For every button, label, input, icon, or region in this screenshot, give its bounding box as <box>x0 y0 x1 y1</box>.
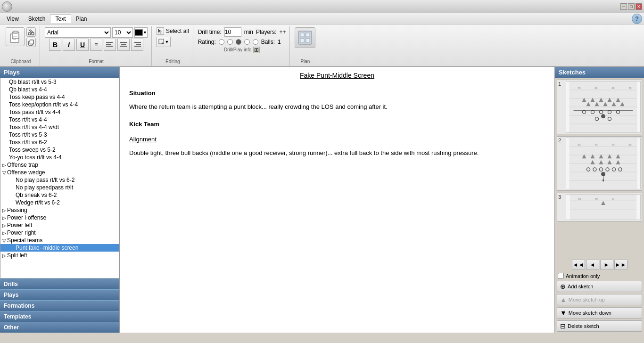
rating-radio-3[interactable] <box>236 39 241 45</box>
menu-sketch[interactable]: Sketch <box>24 15 50 23</box>
tree-item-punt-fake[interactable]: Punt fake--middle screen <box>0 244 119 252</box>
svg-text:40: 40 <box>595 143 598 146</box>
copy-button[interactable] <box>26 38 36 47</box>
tree-item-toss-62[interactable]: Toss rt/lt vs 6-2 <box>0 139 119 146</box>
tree-item-qb-sneak[interactable]: Qb sneak vs 6-2 <box>0 191 119 199</box>
svg-text:50: 50 <box>578 197 581 200</box>
sketch-next-button[interactable]: ► <box>600 260 613 270</box>
sketch-item-3[interactable]: 3 50 40 40 <box>557 193 642 221</box>
svg-rect-27 <box>300 39 304 42</box>
tree-item-wedge[interactable]: Wedge rt/lt vs 6-2 <box>0 199 119 206</box>
right-panel: Sketches 1 50 <box>554 67 644 333</box>
add-sketch-button[interactable]: ⊕ Add sketch <box>557 281 642 292</box>
tree-item-power-left[interactable]: ▷Power left <box>0 221 119 229</box>
maximize-button[interactable]: □ <box>628 3 635 10</box>
svg-rect-25 <box>300 33 304 37</box>
rating-radio-1[interactable] <box>219 39 224 45</box>
delete-sketch-button[interactable]: ⊟ Delete sketch <box>557 320 642 332</box>
tree-item-toss-sweep[interactable]: Toss sweep vs 5-2 <box>0 146 119 154</box>
tree-item-split-left[interactable]: ▷Split left <box>0 252 119 259</box>
tree-item-power-right[interactable]: ▷Power right <box>0 229 119 237</box>
rating-radio-5[interactable] <box>253 39 258 45</box>
tree-item-toss-keep-44[interactable]: Toss keep pass vs 4-4 <box>0 93 119 101</box>
size-select[interactable]: 10 12 14 <box>112 27 133 38</box>
cut-button[interactable] <box>26 27 36 37</box>
color-picker[interactable]: ▼ <box>134 27 148 38</box>
content-body[interactable]: Situation Where the return team is attem… <box>120 84 554 333</box>
tree-item-passing[interactable]: ▷Passing <box>0 206 119 214</box>
drills-section-btn[interactable]: Drills <box>0 278 119 289</box>
sketch-item-2[interactable]: 2 50 40 40 50 <box>557 136 642 191</box>
plays-section-btn[interactable]: Plays <box>0 289 119 300</box>
align-left-button[interactable] <box>104 39 116 51</box>
select-all-button[interactable]: Select all <box>166 28 189 34</box>
align-center-button[interactable] <box>117 39 130 51</box>
font-select[interactable]: Arial <box>45 27 111 38</box>
editing-section: Select all ▼ Editing <box>153 26 193 66</box>
rating-radio-2[interactable] <box>227 39 233 45</box>
menu-view[interactable]: View <box>2 15 24 23</box>
rating-radio-4[interactable] <box>244 39 250 45</box>
paste-button[interactable] <box>6 27 25 46</box>
tree-item-power-i[interactable]: ▷Power i-offense <box>0 214 119 221</box>
clipboard-section: Clipboard <box>2 26 40 66</box>
list-button[interactable]: ≡ <box>90 39 102 51</box>
move-sketch-down-label: Move sketch down <box>569 310 611 316</box>
sketch-thumbnail-3: 50 40 40 <box>566 194 641 220</box>
tree-item-toss-keep-opt[interactable]: Toss keep/option rt/lt vs 4-4 <box>0 101 119 108</box>
italic-button[interactable]: I <box>63 39 75 51</box>
situation-label: Situation <box>129 90 156 97</box>
move-sketch-up-button[interactable]: ▲ Move sketch up <box>557 294 642 305</box>
drill-time-label: Drill time: <box>198 29 222 35</box>
add-sketch-label: Add sketch <box>568 284 593 289</box>
svg-marker-23 <box>161 42 165 44</box>
help-button[interactable]: ? <box>632 14 642 24</box>
tree-item-special-teams[interactable]: ▽Special teams <box>0 237 119 244</box>
tree-item-offense-wedge[interactable]: ▽Offense wedge <box>0 169 119 176</box>
drill-time-row: Drill time: min Players: ++ <box>198 27 286 37</box>
tree-item-toss-44-wdt[interactable]: Toss rt/lt vs 4-4 w/dt <box>0 123 119 131</box>
plan-icon[interactable] <box>295 27 315 48</box>
sketch-prev-button[interactable]: ◄ <box>586 260 599 270</box>
tree-item-noplay-speedpass[interactable]: No play speedpass rt/lt <box>0 184 119 191</box>
sketch-first-button[interactable]: ◄◄ <box>572 260 585 270</box>
sketches-header: Sketches <box>555 67 644 78</box>
drill-info-expand[interactable]: ⊞ <box>253 47 260 53</box>
templates-section-btn[interactable]: Templates <box>0 311 119 322</box>
sketch-item-1[interactable]: 1 50 40 40 50 <box>557 80 642 134</box>
align-right-button[interactable] <box>131 39 143 51</box>
sketch-last-button[interactable]: ►► <box>614 260 627 270</box>
tree-item-qb-blast-53[interactable]: Qb blast rt/lt vs 5-3 <box>0 78 119 86</box>
sketch-thumbnail-1: 50 40 40 50 <box>566 81 641 133</box>
menu-plan[interactable]: Plan <box>71 15 92 23</box>
drill-time-input[interactable] <box>224 27 241 37</box>
minimize-button[interactable]: ─ <box>620 3 627 10</box>
svg-text:40: 40 <box>612 143 615 146</box>
tree-item-qb-blast-44[interactable]: Qb blast vs 4-4 <box>0 86 119 93</box>
close-button[interactable]: ✕ <box>636 3 642 10</box>
tree-item-yoyo[interactable]: Yo-yo toss rt/lt vs 4-4 <box>0 154 119 161</box>
tree-item-offense-trap[interactable]: ▷Offense trap <box>0 161 119 169</box>
add-sketch-icon: ⊕ <box>560 283 566 290</box>
other-section-btn[interactable]: Other <box>0 322 119 333</box>
formations-section-btn[interactable]: Formations <box>0 300 119 311</box>
tree-item-toss-53[interactable]: Toss rt/lt vs 5-3 <box>0 131 119 139</box>
drill-info-section: Drill time: min Players: ++ Rating: Ball… <box>194 26 290 66</box>
svg-point-8 <box>28 33 31 35</box>
underline-button[interactable]: U <box>76 39 89 51</box>
sketches-nav: ◄◄ ◄ ► ►► <box>555 258 644 272</box>
select-cursor-icon <box>157 27 164 35</box>
tree-item-toss-pass[interactable]: Toss pass rt/lt vs 4-4 <box>0 108 119 116</box>
bold-button[interactable]: B <box>49 39 61 51</box>
tree-item-noplay-pass[interactable]: No play pass rt/lt vs 6-2 <box>0 176 119 184</box>
svg-text:40: 40 <box>611 197 614 200</box>
move-down-icon: ▼ <box>560 309 567 317</box>
sketch-number-2: 2 <box>558 138 564 143</box>
format-dropdown-button[interactable]: ▼ <box>157 37 171 47</box>
sketch-number-3: 3 <box>558 194 564 200</box>
animation-only-checkbox[interactable] <box>558 273 564 279</box>
menu-text[interactable]: Text <box>50 14 71 23</box>
format-row1: Arial 10 12 14 ▼ <box>45 27 148 38</box>
move-sketch-down-button[interactable]: ▼ Move sketch down <box>557 307 642 318</box>
tree-item-toss-44[interactable]: Toss rt/lt vs 4-4 <box>0 116 119 123</box>
